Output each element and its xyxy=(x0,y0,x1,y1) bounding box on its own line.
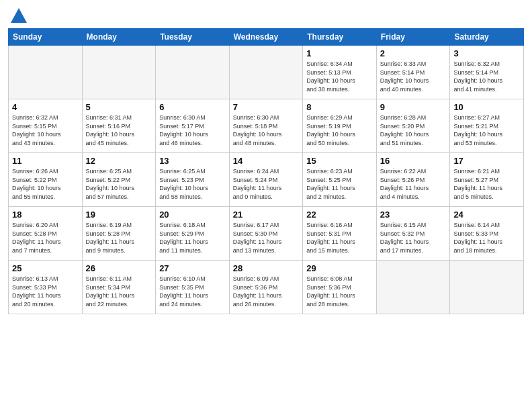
day-cell: 10Sunrise: 6:27 AM Sunset: 5:21 PM Dayli… xyxy=(450,99,524,153)
week-row-0: 1Sunrise: 6:34 AM Sunset: 5:13 PM Daylig… xyxy=(9,46,524,99)
col-header-tuesday: Tuesday xyxy=(156,29,230,46)
day-cell: 14Sunrise: 6:24 AM Sunset: 5:24 PM Dayli… xyxy=(229,153,303,207)
day-number: 26 xyxy=(86,263,152,273)
day-cell: 18Sunrise: 6:20 AM Sunset: 5:28 PM Dayli… xyxy=(9,207,83,261)
day-cell: 11Sunrise: 6:26 AM Sunset: 5:22 PM Dayli… xyxy=(9,153,83,207)
day-info: Sunrise: 6:23 AM Sunset: 5:25 PM Dayligh… xyxy=(306,167,373,201)
col-header-saturday: Saturday xyxy=(450,29,524,46)
day-info: Sunrise: 6:22 AM Sunset: 5:26 PM Dayligh… xyxy=(380,167,447,201)
day-info: Sunrise: 6:30 AM Sunset: 5:18 PM Dayligh… xyxy=(233,113,300,147)
day-number: 22 xyxy=(306,210,373,220)
day-cell: 24Sunrise: 6:14 AM Sunset: 5:33 PM Dayli… xyxy=(450,207,524,261)
day-info: Sunrise: 6:08 AM Sunset: 5:36 PM Dayligh… xyxy=(306,275,373,308)
day-cell: 16Sunrise: 6:22 AM Sunset: 5:26 PM Dayli… xyxy=(376,153,450,207)
day-number: 17 xyxy=(453,156,520,166)
day-number: 3 xyxy=(453,48,520,58)
day-number: 7 xyxy=(233,102,300,112)
header-row: SundayMondayTuesdayWednesdayThursdayFrid… xyxy=(9,29,524,46)
logo-icon xyxy=(9,7,28,26)
day-info: Sunrise: 6:25 AM Sunset: 5:23 PM Dayligh… xyxy=(159,167,226,201)
day-cell: 19Sunrise: 6:19 AM Sunset: 5:28 PM Dayli… xyxy=(82,207,156,261)
logo xyxy=(8,7,28,23)
day-info: Sunrise: 6:20 AM Sunset: 5:28 PM Dayligh… xyxy=(12,221,79,255)
day-number: 23 xyxy=(380,210,447,220)
day-info: Sunrise: 6:33 AM Sunset: 5:14 PM Dayligh… xyxy=(380,60,447,93)
day-cell: 13Sunrise: 6:25 AM Sunset: 5:23 PM Dayli… xyxy=(156,153,230,207)
day-cell xyxy=(82,46,156,99)
day-info: Sunrise: 6:30 AM Sunset: 5:17 PM Dayligh… xyxy=(159,113,226,147)
day-cell: 1Sunrise: 6:34 AM Sunset: 5:13 PM Daylig… xyxy=(303,46,377,99)
day-info: Sunrise: 6:25 AM Sunset: 5:22 PM Dayligh… xyxy=(86,167,152,201)
week-row-4: 25Sunrise: 6:13 AM Sunset: 5:33 PM Dayli… xyxy=(9,261,524,314)
day-cell: 12Sunrise: 6:25 AM Sunset: 5:22 PM Dayli… xyxy=(82,153,156,207)
day-info: Sunrise: 6:32 AM Sunset: 5:14 PM Dayligh… xyxy=(453,60,520,93)
calendar-table: SundayMondayTuesdayWednesdayThursdayFrid… xyxy=(8,28,524,314)
day-number: 6 xyxy=(159,102,226,112)
day-cell: 8Sunrise: 6:29 AM Sunset: 5:19 PM Daylig… xyxy=(303,99,377,153)
day-cell: 15Sunrise: 6:23 AM Sunset: 5:25 PM Dayli… xyxy=(303,153,377,207)
day-number: 8 xyxy=(306,102,373,112)
day-number: 12 xyxy=(86,156,152,166)
day-cell xyxy=(229,46,303,99)
week-row-2: 11Sunrise: 6:26 AM Sunset: 5:22 PM Dayli… xyxy=(9,153,524,207)
col-header-sunday: Sunday xyxy=(9,29,83,46)
day-cell xyxy=(9,46,83,99)
day-info: Sunrise: 6:27 AM Sunset: 5:21 PM Dayligh… xyxy=(453,113,520,147)
day-cell: 21Sunrise: 6:17 AM Sunset: 5:30 PM Dayli… xyxy=(229,207,303,261)
col-header-friday: Friday xyxy=(376,29,450,46)
day-cell: 26Sunrise: 6:11 AM Sunset: 5:34 PM Dayli… xyxy=(82,261,156,314)
header xyxy=(8,7,524,23)
col-header-thursday: Thursday xyxy=(303,29,377,46)
day-cell: 5Sunrise: 6:31 AM Sunset: 5:16 PM Daylig… xyxy=(82,99,156,153)
day-cell: 28Sunrise: 6:09 AM Sunset: 5:36 PM Dayli… xyxy=(229,261,303,314)
day-info: Sunrise: 6:19 AM Sunset: 5:28 PM Dayligh… xyxy=(86,221,152,255)
day-number: 27 xyxy=(159,263,226,273)
day-number: 15 xyxy=(306,156,373,166)
day-number: 19 xyxy=(86,210,152,220)
day-number: 5 xyxy=(86,102,152,112)
day-number: 13 xyxy=(159,156,226,166)
day-info: Sunrise: 6:16 AM Sunset: 5:31 PM Dayligh… xyxy=(306,221,373,255)
day-number: 21 xyxy=(233,210,300,220)
day-info: Sunrise: 6:14 AM Sunset: 5:33 PM Dayligh… xyxy=(453,221,520,255)
day-cell xyxy=(450,261,524,314)
day-cell: 23Sunrise: 6:15 AM Sunset: 5:32 PM Dayli… xyxy=(376,207,450,261)
day-info: Sunrise: 6:24 AM Sunset: 5:24 PM Dayligh… xyxy=(233,167,300,201)
day-info: Sunrise: 6:09 AM Sunset: 5:36 PM Dayligh… xyxy=(233,275,300,308)
day-number: 2 xyxy=(380,48,447,58)
day-info: Sunrise: 6:10 AM Sunset: 5:35 PM Dayligh… xyxy=(159,275,226,308)
day-number: 16 xyxy=(380,156,447,166)
day-number: 24 xyxy=(453,210,520,220)
day-number: 25 xyxy=(12,263,79,273)
page-container: SundayMondayTuesdayWednesdayThursdayFrid… xyxy=(0,0,532,320)
day-cell: 2Sunrise: 6:33 AM Sunset: 5:14 PM Daylig… xyxy=(376,46,450,99)
day-number: 14 xyxy=(233,156,300,166)
day-number: 9 xyxy=(380,102,447,112)
day-info: Sunrise: 6:18 AM Sunset: 5:29 PM Dayligh… xyxy=(159,221,226,255)
day-number: 11 xyxy=(12,156,79,166)
day-number: 4 xyxy=(12,102,79,112)
day-cell: 9Sunrise: 6:28 AM Sunset: 5:20 PM Daylig… xyxy=(376,99,450,153)
day-info: Sunrise: 6:26 AM Sunset: 5:22 PM Dayligh… xyxy=(12,167,79,201)
day-cell: 29Sunrise: 6:08 AM Sunset: 5:36 PM Dayli… xyxy=(303,261,377,314)
day-number: 1 xyxy=(306,48,373,58)
day-info: Sunrise: 6:11 AM Sunset: 5:34 PM Dayligh… xyxy=(86,275,152,308)
day-number: 18 xyxy=(12,210,79,220)
day-info: Sunrise: 6:29 AM Sunset: 5:19 PM Dayligh… xyxy=(306,113,373,147)
day-info: Sunrise: 6:31 AM Sunset: 5:16 PM Dayligh… xyxy=(86,113,152,147)
col-header-wednesday: Wednesday xyxy=(229,29,303,46)
day-number: 29 xyxy=(306,263,373,273)
day-info: Sunrise: 6:28 AM Sunset: 5:20 PM Dayligh… xyxy=(380,113,447,147)
day-cell: 27Sunrise: 6:10 AM Sunset: 5:35 PM Dayli… xyxy=(156,261,230,314)
day-cell: 22Sunrise: 6:16 AM Sunset: 5:31 PM Dayli… xyxy=(303,207,377,261)
week-row-3: 18Sunrise: 6:20 AM Sunset: 5:28 PM Dayli… xyxy=(9,207,524,261)
day-cell: 6Sunrise: 6:30 AM Sunset: 5:17 PM Daylig… xyxy=(156,99,230,153)
day-number: 28 xyxy=(233,263,300,273)
day-info: Sunrise: 6:32 AM Sunset: 5:15 PM Dayligh… xyxy=(12,113,79,147)
day-cell xyxy=(376,261,450,314)
day-number: 20 xyxy=(159,210,226,220)
svg-marker-0 xyxy=(11,8,27,23)
day-cell xyxy=(156,46,230,99)
day-cell: 20Sunrise: 6:18 AM Sunset: 5:29 PM Dayli… xyxy=(156,207,230,261)
col-header-monday: Monday xyxy=(82,29,156,46)
